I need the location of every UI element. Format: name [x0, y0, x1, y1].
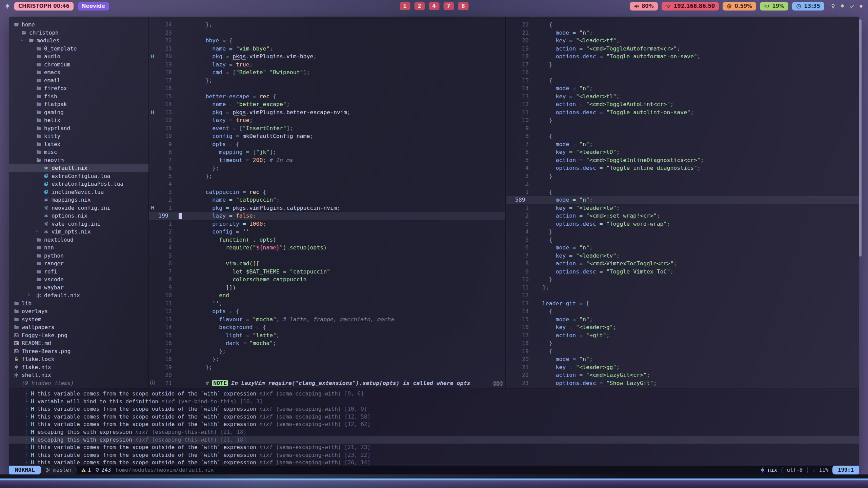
code-line[interactable]: 11 options.desc = "Toggle autolint-on-sa… [506, 108, 859, 117]
code-line[interactable]: 10 } [506, 116, 859, 124]
tree-item-fish[interactable]: fish [9, 93, 148, 101]
tree-item-readme-md[interactable]: README.md [9, 339, 148, 347]
module-network[interactable]: 192.168.86.50 [662, 2, 719, 11]
tree-item-mappings-nix[interactable]: mappings.nix [9, 196, 148, 204]
code-line[interactable]: 15 mode = "n"; [506, 316, 859, 324]
diagnostic-row[interactable]: ├ H escaping this with expression nixf (… [9, 436, 859, 444]
tree-item-nnn[interactable]: nnn [9, 244, 148, 252]
code-line[interactable]: 18 options.desc = "Toggle autoformat-on-… [506, 53, 859, 61]
code-line[interactable]: 2 name = "catppuccin"; [149, 196, 505, 204]
code-line[interactable]: 21 key = "<leader>gg"; [506, 363, 859, 371]
workspace-1[interactable]: 1 [400, 2, 410, 10]
code-line[interactable]: 19 lazy = true; [149, 61, 505, 69]
code-line[interactable]: 22 action = "<cmd>LazyGit<cr>"; [506, 371, 859, 379]
tree-item-options-nix[interactable]: options.nix [9, 212, 148, 220]
code-line[interactable]: 23 options.desc = "Show LazyGit"; [506, 379, 859, 387]
code-line[interactable]: 11 ''; [149, 300, 505, 308]
code-line[interactable]: 11 ]; [506, 284, 859, 292]
tree-item-default-nix[interactable]: └default.nix [9, 291, 148, 300]
warning-count[interactable]: 1 [81, 467, 91, 473]
code-line[interactable]: 8 action = "<cmd>VimtexTocToggle<cr>"; [506, 260, 859, 268]
code-line[interactable]: 21 mode = "n"; [506, 29, 859, 37]
code-line[interactable]: 22 bbye = { [149, 37, 505, 45]
code-line[interactable]: 18 } [506, 339, 859, 347]
code-line[interactable]: 12 lazy = true; [149, 116, 505, 124]
code-line[interactable]: 6 }; [149, 164, 505, 172]
notifications[interactable] [840, 4, 845, 9]
module-clock[interactable]: 13:35 [792, 2, 824, 11]
tree-item-firefox[interactable]: firefox [9, 84, 148, 93]
code-line[interactable]: 19 { [506, 347, 859, 355]
code-line[interactable]: 199 lazy = false; [149, 212, 505, 220]
code-line[interactable]: 20 mode = "n"; [506, 355, 859, 363]
hint-count[interactable]: 243 [95, 467, 111, 473]
code-line[interactable]: 8 colorscheme catppuccin [149, 276, 505, 284]
code-line[interactable]: 21 name = "vim-bbye"; [149, 45, 505, 53]
code-line[interactable]: ⓘ21 # NOTE In LazyVim require("clang_ext… [149, 379, 505, 387]
diagnostic-row[interactable]: └ H this variable comes from the scope o… [9, 459, 859, 466]
tree-item-flake-nix[interactable]: flake.nix [9, 363, 148, 371]
tree-item-vim-opts-nix[interactable]: └vim_opts.nix [9, 228, 148, 236]
code-line[interactable]: 10 config = mkDefaultConfig name; [149, 132, 505, 140]
tree-item-0-template[interactable]: 0_template [9, 45, 148, 53]
code-line[interactable]: 15 light = "latte"; [149, 331, 505, 340]
scrollbar[interactable] [859, 19, 862, 257]
tree-item-flake-lock[interactable]: flake.lock [9, 355, 148, 363]
tree-item-kitty[interactable]: kitty [9, 132, 148, 140]
code-line[interactable]: 13 flavour = "mocha"; # latte, frappe, m… [149, 316, 505, 324]
tree-item-audio[interactable]: audio [9, 53, 148, 61]
tree-item-neovide-config-ini[interactable]: neovide_config.ini [9, 204, 148, 212]
code-line[interactable]: 15 { [506, 77, 859, 85]
code-line[interactable]: 12 [506, 291, 859, 300]
status-check[interactable] [849, 4, 854, 9]
editor-pane-right[interactable]: 22 {21 mode = "n";20 key = "<leader>tf";… [506, 17, 859, 388]
tree-item-flatpak[interactable]: flatpak [9, 100, 148, 108]
tree-item-christoph[interactable]: christoph [9, 29, 148, 37]
module-cpu[interactable]: 0.59% [723, 2, 756, 11]
tree-item-hyprland[interactable]: hyprland [9, 124, 148, 133]
recorder[interactable] [859, 4, 863, 8]
diagnostic-row[interactable]: ├ H this variable comes from the scope o… [9, 421, 859, 428]
code-line[interactable]: 17 }; [149, 77, 505, 85]
code-line[interactable]: 17 }; [149, 347, 505, 355]
tree-item-home[interactable]: home [9, 21, 148, 29]
code-line[interactable]: 1 { [506, 188, 859, 196]
code-line[interactable]: 12 opts = { [149, 307, 505, 316]
code-line[interactable]: 4 options.desc = "Toggle inline diagnost… [506, 164, 859, 172]
diagnostic-row[interactable]: ├ H this variable comes from the scope o… [9, 444, 859, 451]
code-line[interactable]: 22 { [506, 21, 859, 29]
code-line[interactable]: 14 { [506, 307, 859, 316]
code-line[interactable]: 3 options.desc = "Toggle word-wrap"; [506, 220, 859, 228]
code-line[interactable]: 5 [149, 252, 505, 260]
code-line[interactable]: 17 } [506, 61, 859, 69]
code-line[interactable]: 2 action = "<cmd>:set wrap!<cr>"; [506, 212, 859, 220]
code-line[interactable]: 3 } [506, 172, 859, 180]
tree-item-neovim[interactable]: neovim [9, 156, 148, 164]
code-line[interactable]: 8 mapping = ["jk"]; [149, 148, 505, 156]
workspace-8[interactable]: 8 [458, 2, 468, 10]
code-line[interactable]: 4 require("${name}").setup(opts) [149, 244, 505, 252]
tree-item-latex[interactable]: latex [9, 140, 148, 148]
code-line[interactable]: 13 leader-git = [ [506, 300, 859, 308]
tree-item-default-nix[interactable]: default.nix [9, 164, 148, 172]
tree-item-three-bears-png[interactable]: Three-Bears.png [9, 347, 148, 355]
code-line[interactable]: 3 catppuccin = rec { [149, 188, 505, 196]
diagnostic-row[interactable]: ├ H variable will bind to this definitio… [9, 398, 859, 406]
nixos-logo-icon[interactable] [5, 3, 10, 9]
tree-item-rofi[interactable]: rofi [9, 268, 148, 276]
code-line[interactable]: 20 [149, 371, 505, 379]
code-line[interactable]: 1 priority = 1000; [149, 220, 505, 228]
tree-item-extraconfiglua-lua[interactable]: extraConfigLua.lua [9, 172, 148, 180]
code-line[interactable]: H13 pkg = pkgs.vimPlugins.better-escape-… [149, 108, 505, 117]
code-line[interactable]: 10 } [506, 276, 859, 284]
tree-item-lib[interactable]: lib [9, 300, 148, 308]
code-line[interactable]: 16 [149, 84, 505, 93]
git-branch[interactable]: master [41, 466, 77, 474]
tree-item-shell-nix[interactable]: shell.nix [9, 371, 148, 379]
code-line[interactable]: 13 key = "<leader>tl"; [506, 93, 859, 101]
tree-item-wallpapers[interactable]: wallpapers [9, 323, 148, 331]
diagnostic-row[interactable]: ├ H this variable comes from the scope o… [9, 451, 859, 459]
code-line[interactable]: 6 key = "<leader>tD"; [506, 148, 859, 156]
tree-item-extraconfigluapost-lua[interactable]: extraConfigLuaPost.lua [9, 180, 148, 188]
code-line[interactable]: 10 end [149, 291, 505, 300]
